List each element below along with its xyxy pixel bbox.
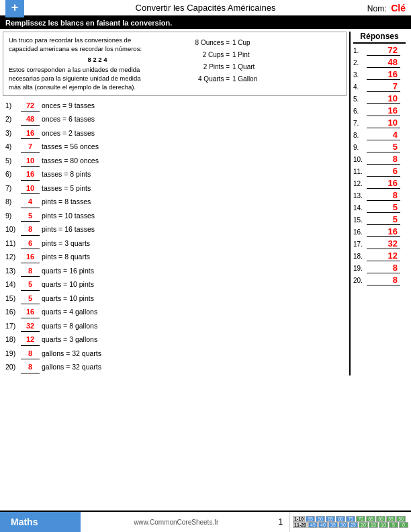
score-cell: 20	[359, 522, 368, 528]
problem-row: 20) 8 gallons = 32 quarts	[5, 361, 344, 373]
problem-row: 2) 48 onces = 6 tasses	[5, 114, 344, 126]
problem-row: 13) 8 quarts = 16 pints	[5, 265, 344, 277]
reponse-value: 8	[367, 190, 400, 201]
footer-url: www.CommonCoreSheets.fr	[81, 512, 271, 532]
problem-answer: 8	[21, 361, 40, 373]
problem-answer: 48	[21, 114, 40, 126]
reponse-number: 15.	[353, 216, 367, 224]
score-cell: 60	[376, 516, 385, 522]
reponse-number: 2.	[353, 59, 367, 66]
problem-text: tasses = 5 pints	[42, 183, 91, 194]
reponse-number: 9.	[353, 144, 367, 151]
reponse-row: 12. 16	[353, 178, 406, 189]
problem-answer: 16	[21, 306, 40, 318]
info-box: Un truco para recordar las conversiones …	[3, 32, 347, 96]
reponse-number: 10.	[353, 156, 367, 163]
reponse-value: 16	[367, 178, 400, 189]
score-cell: 10	[379, 522, 388, 528]
problem-answer: 7	[21, 141, 40, 153]
score-cell: 35	[328, 522, 338, 528]
footer-page-number: 1	[271, 512, 289, 532]
reponse-value: 16	[367, 69, 400, 80]
reponse-row: 18. 12	[353, 251, 406, 261]
problem-number: 19)	[5, 349, 19, 359]
problem-text: pints = 3 quarts	[42, 238, 90, 249]
problem-number: 1)	[5, 101, 19, 112]
reponse-value: 32	[367, 238, 400, 249]
score-cell: 65	[366, 516, 375, 522]
footer-maths-label: Maths	[0, 512, 81, 532]
reponse-number: 17.	[353, 240, 367, 248]
score-cell: 40	[318, 522, 328, 528]
problem-number: 6)	[5, 169, 19, 180]
reponse-value: 5	[367, 142, 400, 152]
problem-text: tasses = 80 onces	[42, 156, 99, 167]
reponse-value: 16	[367, 105, 400, 116]
reponse-value: 12	[367, 251, 400, 261]
problem-row: 5) 10 tasses = 80 onces	[5, 155, 344, 167]
problem-number: 14)	[5, 279, 19, 290]
problem-text: onces = 2 tasses	[42, 128, 95, 139]
page-title: Convertir les Capacités Américaines	[136, 3, 276, 13]
info-text-left: Un truco para recordar las conversiones …	[9, 36, 186, 92]
reponse-value: 72	[367, 45, 400, 56]
problem-text: onces = 9 tasses	[42, 101, 95, 112]
problem-answer: 4	[21, 196, 40, 208]
problem-number: 17)	[5, 321, 19, 332]
instructions-bar: Remplissez les blancs en faisant la conv…	[0, 17, 411, 29]
reponse-number: 12.	[353, 180, 367, 187]
reponse-row: 7. 10	[353, 118, 406, 128]
problem-number: 20)	[5, 362, 19, 373]
page-header: + Convertir les Capacités Américaines No…	[0, 0, 411, 17]
score-cell: 45	[308, 522, 318, 528]
reponse-number: 6.	[353, 107, 367, 115]
problem-number: 4)	[5, 142, 19, 152]
problem-row: 7) 10 tasses = 5 pints	[5, 183, 344, 195]
problem-number: 18)	[5, 335, 19, 345]
reponse-row: 6. 16	[353, 105, 406, 116]
problem-answer: 10	[21, 155, 40, 167]
problem-row: 10) 8 pints = 16 tasses	[5, 224, 344, 236]
reponses-header: Réponses	[353, 32, 406, 44]
reponse-row: 17. 32	[353, 238, 406, 249]
nom-label: Nom: Clé	[367, 3, 406, 13]
problem-text: quarts = 8 gallons	[42, 321, 97, 332]
main-content: Un truco para recordar las conversiones …	[0, 29, 411, 378]
problem-row: 12) 16 pints = 8 quarts	[5, 251, 344, 263]
problem-row: 11) 6 pints = 3 quarts	[5, 238, 344, 250]
problem-row: 9) 5 pints = 10 tasses	[5, 210, 344, 222]
reponse-number: 14.	[353, 204, 367, 212]
problem-text: quarts = 10 pints	[42, 279, 94, 290]
reponse-number: 11.	[353, 168, 367, 175]
problem-answer: 16	[21, 128, 40, 140]
problem-text: pints = 8 tasses	[42, 197, 91, 208]
problem-text: pints = 8 quarts	[42, 252, 90, 263]
score-cell: 55	[386, 516, 396, 522]
reponse-value: 8	[367, 275, 400, 285]
score-cell: 30	[338, 522, 348, 528]
reponse-number: 4.	[353, 83, 367, 91]
footer-scoring: 1-1095908580757065605550 11-204540353025…	[289, 512, 411, 532]
score-cell: 90	[316, 516, 325, 522]
problem-answer: 16	[21, 169, 40, 181]
reponse-value: 5	[367, 202, 400, 213]
info-equations: 8 Ounces = 1 Cup 2 Cups = 1 Pint 2 Pints…	[193, 36, 340, 92]
problem-answer: 72	[21, 100, 40, 112]
problem-answer: 5	[21, 210, 40, 222]
problem-number: 15)	[5, 294, 19, 304]
reponse-value: 5	[367, 214, 400, 225]
reponse-value: 7	[367, 81, 400, 92]
reponse-row: 10. 8	[353, 154, 406, 165]
reponse-value: 6	[367, 166, 400, 177]
problem-number: 16)	[5, 307, 19, 318]
reponse-row: 4. 7	[353, 81, 406, 92]
problem-row: 17) 32 quarts = 8 gallons	[5, 320, 344, 332]
reponse-value: 4	[367, 130, 400, 140]
reponse-number: 8.	[353, 132, 367, 139]
problem-row: 6) 16 tasses = 8 pints	[5, 169, 344, 181]
problem-number: 9)	[5, 211, 19, 222]
problem-row: 15) 5 quarts = 10 pints	[5, 293, 344, 305]
score-cell: 11-20	[293, 522, 308, 528]
problem-number: 2)	[5, 114, 19, 125]
reponse-number: 3.	[353, 71, 367, 79]
